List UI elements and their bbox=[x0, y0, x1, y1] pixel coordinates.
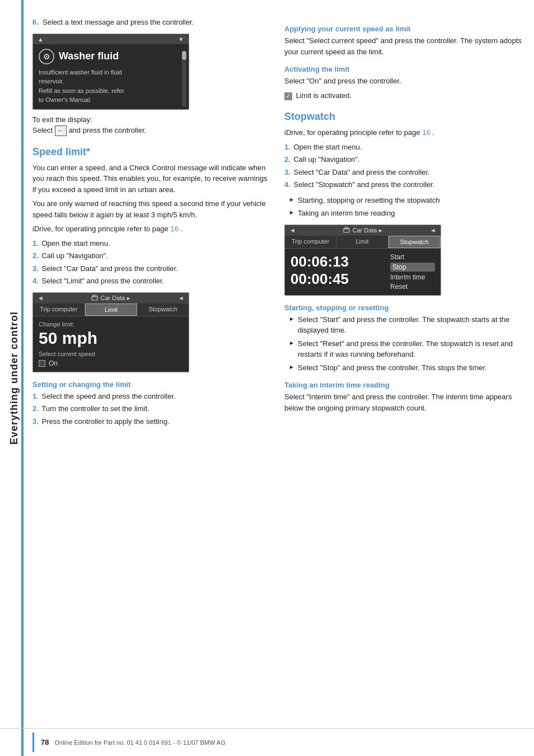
topbar-title: Car Data ▸ bbox=[91, 295, 130, 302]
applying-speed-para: Select "Select current speed" and press … bbox=[284, 35, 523, 57]
setting-step-3: 3. Press the controller to apply the set… bbox=[32, 416, 271, 427]
stopwatch-bullets: Starting, stopping or resetting the stop… bbox=[290, 195, 523, 219]
starting-stopping-heading: Starting, stopping or resetting bbox=[284, 304, 523, 312]
on-label: On bbox=[49, 360, 58, 367]
sw-tab-trip[interactable]: Trip computer bbox=[285, 236, 336, 248]
stopwatch-idrive-ref: iDrive, for operating principle refer to… bbox=[284, 127, 523, 138]
bullet-stop: Select "Stop" and press the controller. … bbox=[290, 362, 523, 374]
sw-topbar-title: Car Data ▸ bbox=[343, 227, 382, 234]
car-data-icon bbox=[91, 295, 98, 301]
sw-back-icon: ◄ bbox=[289, 227, 296, 234]
step6-num: 6. bbox=[32, 18, 39, 26]
footer-text: Online Edition for Part no. 01 41 0 014 … bbox=[54, 739, 225, 746]
stopwatch-topbar: ◄ Car Data ▸ ◄ bbox=[285, 225, 441, 236]
setting-step-1: 1. Select the speed and press the contro… bbox=[32, 391, 271, 402]
menu-interim[interactable]: Interim time bbox=[390, 273, 435, 281]
washer-body: ⚙ Washer fluid Insufficient washer fluid… bbox=[33, 44, 189, 109]
left-column: 6. Select a text message and press the c… bbox=[32, 17, 271, 431]
speed-limit-screen: ◄ Car Data ▸ ◄ Trip computer Limit bbox=[32, 292, 189, 372]
step6-body: Select a text message and press the cont… bbox=[43, 18, 194, 26]
sw-tab-stopwatch[interactable]: Stopwatch bbox=[388, 236, 441, 248]
interim-time-heading: Taking an interim time reading bbox=[284, 381, 523, 389]
on-row: On bbox=[39, 360, 183, 367]
on-checkbox[interactable] bbox=[39, 360, 45, 367]
washer-scrollbar[interactable] bbox=[182, 51, 186, 107]
activating-limit-heading: Activating the limit bbox=[284, 65, 523, 73]
bullet-starting-stopping: Starting, stopping or resetting the stop… bbox=[290, 195, 523, 206]
two-column-layout: 6. Select a text message and press the c… bbox=[32, 17, 523, 431]
topbar-fwd-icon: ◄ bbox=[178, 295, 184, 301]
speed-limit-para2: You are only warned of reaching this spe… bbox=[32, 198, 271, 220]
interim-time-para: Select "Interim time" and press the cont… bbox=[284, 391, 523, 413]
stopwatch-times: 00:06:13 00:00:45 bbox=[291, 253, 390, 291]
topbar-back-icon: ◄ bbox=[38, 295, 44, 301]
sw-tab-limit[interactable]: Limit bbox=[336, 236, 388, 248]
bullet-interim-time: Taking an interim time reading bbox=[290, 208, 523, 219]
main-content: 6. Select a text message and press the c… bbox=[32, 0, 523, 465]
bullet-reset: Select "Reset" and press the controller.… bbox=[290, 338, 523, 360]
applying-speed-heading: Applying your current speed as limit bbox=[284, 25, 523, 33]
stopwatch-step-4: 4. Select "Stopwatch" and press the cont… bbox=[284, 179, 523, 190]
menu-reset[interactable]: Reset bbox=[390, 283, 435, 291]
bullet-start: Select "Start" and press the controller.… bbox=[290, 314, 523, 336]
washer-text: Insufficient washer fluid in fluid reser… bbox=[39, 68, 183, 105]
exit-display-label: To exit the display: Select ← and press … bbox=[32, 114, 271, 136]
stopwatch-time2: 00:00:45 bbox=[291, 270, 390, 288]
stopwatch-body: 00:06:13 00:00:45 Start Stop Interim tim… bbox=[285, 249, 441, 295]
speed-limit-step-1: 1. Open the start menu. bbox=[32, 238, 271, 249]
speed-limit-step-3: 3. Select "Car Data" and press the contr… bbox=[32, 263, 271, 274]
right-column: Applying your current speed as limit Sel… bbox=[284, 17, 523, 431]
washer-screen: ▲ ▼ ⚙ Washer fluid Insufficient washer f… bbox=[32, 34, 189, 110]
stopwatch-step-1: 1. Open the start menu. bbox=[284, 142, 523, 153]
washer-topbar: ▲ ▼ bbox=[33, 34, 189, 44]
washer-fwd-icon: ▼ bbox=[178, 36, 184, 43]
stopwatch-step-2: 2. Call up "Navigation". bbox=[284, 154, 523, 165]
activating-limit-step2: ✓ Limit is activated. bbox=[284, 90, 523, 101]
menu-start[interactable]: Start bbox=[390, 253, 435, 261]
back-button-icon: ← bbox=[55, 125, 67, 136]
stopwatch-menu: Start Stop Interim time Reset bbox=[390, 253, 435, 291]
speed-limit-heading: Speed limit* bbox=[32, 146, 271, 158]
footer: 78 Online Edition for Part no. 01 41 0 0… bbox=[0, 728, 534, 756]
stopwatch-time1: 00:06:13 bbox=[291, 253, 390, 270]
sidebar-label: Everything under control bbox=[8, 311, 20, 445]
speed-limit-topbar: ◄ Car Data ▸ ◄ bbox=[33, 293, 189, 304]
washer-title-row: ⚙ Washer fluid bbox=[39, 49, 183, 64]
footer-line bbox=[32, 732, 34, 752]
washer-back-icon: ▲ bbox=[38, 36, 44, 43]
stopwatch-tabs: Trip computer Limit Stopwatch bbox=[285, 236, 441, 249]
setting-steps: 1. Select the speed and press the contro… bbox=[32, 391, 271, 427]
sw-fwd-icon: ◄ bbox=[430, 227, 436, 234]
speed-limit-idrive-ref: iDrive, for operating principle refer to… bbox=[32, 223, 271, 235]
tab-stopwatch[interactable]: Stopwatch bbox=[137, 304, 189, 316]
tab-limit[interactable]: Limit bbox=[85, 304, 138, 316]
washer-scrollbar-thumb bbox=[182, 51, 186, 60]
stopwatch-steps: 1. Open the start menu. 2. Call up "Navi… bbox=[284, 142, 523, 190]
sw-car-icon bbox=[343, 227, 350, 234]
change-limit-label: Change limit: bbox=[39, 321, 183, 328]
speed-limit-para1: You can enter a speed, and a Check Contr… bbox=[32, 162, 271, 195]
speed-limit-page-link[interactable]: 16 bbox=[170, 225, 180, 233]
checkmark-icon: ✓ bbox=[284, 92, 292, 100]
speed-limit-step-4: 4. Select "Limit" and press the controll… bbox=[32, 276, 271, 287]
select-speed-label: Select current speed bbox=[39, 351, 183, 357]
activating-limit-step1: Select "On" and press the controller. bbox=[284, 76, 523, 87]
stopwatch-step-3: 3. Select "Car Data" and press the contr… bbox=[284, 167, 523, 178]
menu-stop[interactable]: Stop bbox=[390, 263, 435, 272]
setting-changing-heading: Setting or changing the limit bbox=[32, 380, 271, 389]
speed-limit-steps: 1. Open the start menu. 2. Call up "Navi… bbox=[32, 238, 271, 287]
setting-step-2: 2. Turn the controller to set the limit. bbox=[32, 403, 271, 414]
speed-limit-tabs: Trip computer Limit Stopwatch bbox=[33, 304, 189, 316]
washer-icon: ⚙ bbox=[39, 49, 54, 64]
page-number: 78 bbox=[41, 738, 49, 746]
speed-display: 50 mph bbox=[39, 329, 183, 347]
step6-text: 6. Select a text message and press the c… bbox=[32, 17, 271, 28]
stopwatch-page-link[interactable]: 16 bbox=[422, 128, 432, 137]
washer-title: Washer fluid bbox=[59, 50, 119, 62]
stopwatch-heading: Stopwatch bbox=[284, 111, 523, 123]
tab-trip-computer[interactable]: Trip computer bbox=[33, 304, 85, 316]
starting-stopping-bullets: Select "Start" and press the controller.… bbox=[290, 314, 523, 374]
speed-limit-step-2: 2. Call up "Navigation". bbox=[32, 250, 271, 262]
speed-limit-body: Change limit: 50 mph Select current spee… bbox=[33, 316, 189, 372]
sidebar: Everything under control bbox=[0, 0, 28, 756]
